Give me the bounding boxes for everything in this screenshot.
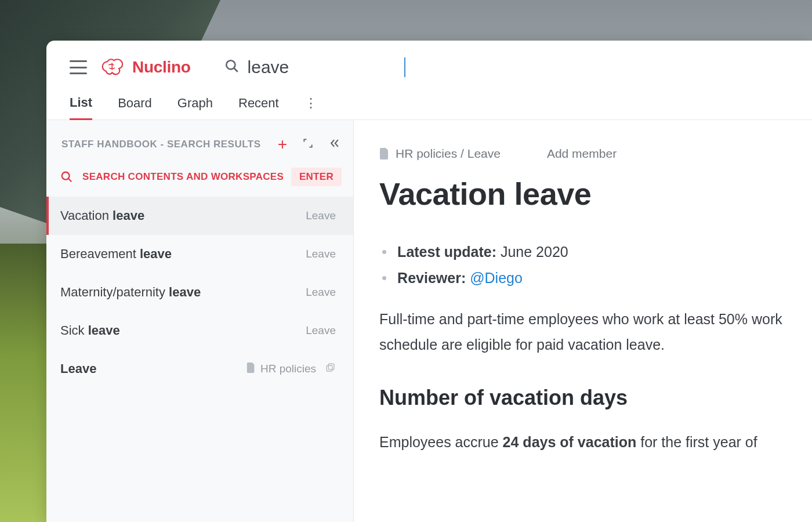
search-all-row[interactable]: SEARCH CONTENTS AND WORKSPACES ENTER xyxy=(46,157,353,197)
body-paragraph: Full-time and part-time employees who wo… xyxy=(379,307,812,358)
hamburger-menu-icon[interactable] xyxy=(70,60,87,74)
document-pane: HR policies / Leave Add member Vacation … xyxy=(354,120,812,522)
expand-icon[interactable] xyxy=(302,137,314,151)
enter-badge: ENTER xyxy=(291,168,342,186)
svg-line-1 xyxy=(234,68,238,72)
section-heading: Number of vacation days xyxy=(379,386,812,410)
svg-rect-4 xyxy=(328,364,334,369)
search-all-label: SEARCH CONTENTS AND WORKSPACES xyxy=(82,171,284,183)
search-input[interactable] xyxy=(248,57,398,77)
topbar: Nuclino xyxy=(46,41,812,85)
svg-line-3 xyxy=(68,179,72,182)
add-icon[interactable]: + xyxy=(278,136,287,153)
add-member-link[interactable]: Add member xyxy=(547,147,617,161)
body-paragraph: Employees accrue 24 days of vacation for… xyxy=(379,430,812,455)
user-mention[interactable]: @Diego xyxy=(470,270,523,286)
collection-icon xyxy=(325,362,336,376)
page-title: Vacation leave xyxy=(379,176,812,212)
document-icon xyxy=(379,148,390,160)
document-icon xyxy=(246,362,256,376)
view-tabs: List Board Graph Recent ⋮ xyxy=(46,85,812,120)
svg-point-2 xyxy=(62,172,70,180)
search-icon xyxy=(60,171,73,183)
search-result[interactable]: Maternity/paternity leave Leave xyxy=(46,273,353,311)
svg-point-0 xyxy=(226,60,235,69)
sidebar: STAFF HANDBOOK - SEARCH RESULTS + SEARCH… xyxy=(46,120,354,522)
collapse-sidebar-icon[interactable] xyxy=(329,137,340,151)
text-caret xyxy=(404,57,405,77)
tab-board[interactable]: Board xyxy=(118,96,152,119)
result-category: Leave xyxy=(306,209,336,222)
tab-graph[interactable]: Graph xyxy=(177,96,213,119)
breadcrumb-text: HR policies / Leave xyxy=(396,147,501,161)
search-result[interactable]: Sick leave Leave xyxy=(46,311,353,350)
meta-list: Latest update: June 2020 Reviewer: @Dieg… xyxy=(379,243,812,287)
result-category: Leave xyxy=(306,324,336,337)
app-window: Nuclino List Board Graph Recent ⋮ STAFF … xyxy=(46,41,812,522)
brain-icon xyxy=(101,57,126,78)
search-wrap xyxy=(224,57,405,77)
brand-name: Nuclino xyxy=(132,58,191,77)
search-result[interactable]: Leave HR policies xyxy=(46,350,353,388)
tab-list[interactable]: List xyxy=(70,95,92,120)
result-category: HR policies xyxy=(260,362,316,375)
result-category: Leave xyxy=(306,286,336,299)
search-result[interactable]: Bereavement leave Leave xyxy=(46,235,353,273)
result-category: Leave xyxy=(306,248,336,260)
svg-rect-5 xyxy=(327,365,332,371)
search-result[interactable]: Vacation leave Leave xyxy=(46,197,353,235)
search-icon[interactable] xyxy=(224,59,240,76)
breadcrumb[interactable]: HR policies / Leave xyxy=(379,147,501,161)
sidebar-heading: STAFF HANDBOOK - SEARCH RESULTS xyxy=(61,139,261,150)
brand-logo[interactable]: Nuclino xyxy=(101,57,191,78)
tab-recent[interactable]: Recent xyxy=(238,96,279,119)
tab-more-icon[interactable]: ⋮ xyxy=(304,96,317,119)
